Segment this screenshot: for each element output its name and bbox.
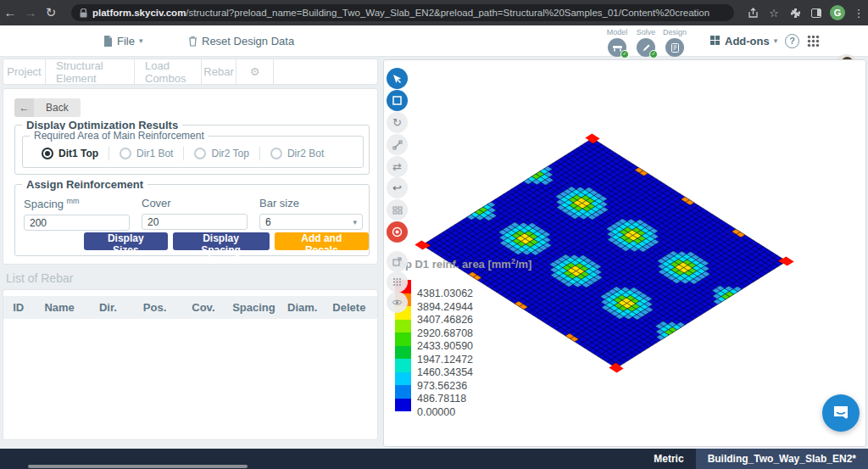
col-name: Name [33,301,86,314]
diagonal-line-icon [392,140,403,150]
addons-menu[interactable]: Add-ons▾ [710,25,777,56]
tab-load-combos[interactable]: Load Combos [135,59,202,84]
address-bar[interactable]: platform.skyciv.com/structural?preload_n… [71,4,734,21]
radio-icon [270,148,282,159]
grid-settings-button[interactable] [387,199,408,221]
apps-grid-button[interactable] [807,25,820,56]
chat-launcher-button[interactable] [822,394,860,432]
rebar-table-header: ID Name Dir. Pos. Cov. Spacing Diam. Del… [3,296,377,319]
legend-value: 486.78118 [417,393,473,406]
record-view-button[interactable] [387,221,408,243]
tab-structural-element[interactable]: Structural Element [46,59,135,84]
required-area-group: Required Area of Main Reinforcement Dit1… [22,136,364,168]
cover-input[interactable] [142,214,248,230]
popout-view-button[interactable] [387,251,408,272]
swap-axes-button[interactable]: ⇄ [387,156,408,177]
tab-project[interactable]: Project [3,59,46,84]
solve-icon [642,43,651,53]
radio-icon [194,148,206,159]
legend-color-block [395,332,411,346]
model-viewer-panel: Top D1 reinf. area [mm2/m] 4381.03062389… [383,59,866,447]
browser-profile-avatar[interactable]: G [830,5,845,20]
spacing-label: Spacing mm [24,197,130,210]
tab-settings-gears-icon[interactable]: ⚙ [236,59,274,84]
col-delete: Delete [325,301,373,314]
back-icon[interactable]: ← [0,0,20,25]
legend-color-block [395,372,411,386]
col-id: ID [3,301,33,314]
app-window: ← → ↻ platform.skyciv.com/structural?pre… [0,0,868,469]
left-tab-bar: Project Structural Element Load Combos R… [3,59,378,85]
radio-icon [120,148,131,159]
legend-color-block [395,385,411,399]
extensions-puzzle-icon[interactable] [787,5,803,20]
radio-dir2-bot[interactable]: Dir2 Bot [260,148,334,159]
side-panel-icon[interactable] [809,5,824,20]
list-of-rebar-title: List of Rebar [6,271,73,285]
project-name-label[interactable]: Building_Two_Way_Slab_EN2* [696,449,868,469]
trash-icon [188,36,198,47]
bar-size-select[interactable]: 6▾ [259,214,363,230]
tab-rebar[interactable]: Rebar [202,59,236,84]
file-menu[interactable]: File▾ [103,25,142,56]
assign-reinforcement-group: Assign Reinforcement Spacing mm Cover Ba… [14,184,370,256]
legend-value: 1460.34354 [417,366,473,380]
legend-value: 973.56236 [417,380,473,394]
bookmark-star-icon[interactable]: ☆ [766,5,782,20]
add-and-recalc-button[interactable]: Add and Recalc [275,232,369,250]
reload-icon[interactable]: ↻ [41,0,61,25]
pointer-tool-button[interactable] [387,68,408,89]
step-model[interactable]: Model ✓ [603,28,632,57]
radio-icon [42,148,53,159]
horizontal-scrollbar[interactable] [28,465,248,468]
share-icon[interactable] [745,5,760,20]
model-icon [612,44,623,52]
unit-system-label[interactable]: Metric [642,453,695,465]
forward-icon[interactable]: → [20,0,41,25]
rebar-table: ID Name Dir. Pos. Cov. Spacing Diam. Del… [3,289,378,440]
undo-view-button[interactable]: ↩ [387,177,408,198]
rebar-design-panel: ← Back Display Optimization Results Requ… [3,88,378,265]
legend-values: 4381.030623894.249443407.468262920.68708… [417,288,473,419]
chat-bubble-icon [832,405,849,422]
design-icon [671,43,679,53]
col-spacing: Spacing [228,301,281,314]
kebab-menu-icon[interactable]: ⋮ [851,5,866,20]
legend-value: 2920.68708 [417,327,473,341]
display-spacing-button[interactable]: Display Spacing [173,232,270,250]
display-sizes-button[interactable]: Display Sizes [84,232,168,250]
step-solve[interactable]: Solve ✓ [632,28,660,57]
box-select-icon [392,96,402,105]
help-button[interactable]: ? [785,25,799,56]
legend-color-block [395,359,411,372]
legend-value: 4381.03062 [417,288,473,301]
bar-size-label: Bar size [259,197,363,209]
grid-9-icon [807,35,820,47]
col-diam: Diam. [280,301,325,314]
legend-value: 2433.90590 [417,340,473,354]
model-done-check-icon: ✓ [620,50,629,59]
back-button[interactable]: ← Back [14,98,81,117]
legend-title: Top D1 reinf. area [mm2/m] [392,257,531,271]
popout-window-icon [392,257,402,266]
measure-tool-button[interactable] [387,134,408,155]
reset-design-data-button[interactable]: Reset Design Data [188,25,294,56]
radio-dir1-bot[interactable]: Dir1 Bot [109,148,183,159]
col-dir: Dir. [86,301,131,314]
display-optimization-results-group: Display Optimization Results Required Ar… [14,125,370,175]
visibility-toggle-button[interactable] [387,292,408,313]
col-cov: Cov. [179,301,227,314]
step-design[interactable]: Design [660,28,689,57]
table-view-button[interactable] [387,271,408,293]
box-select-tool-button[interactable] [387,90,408,111]
legend-value: 3894.24944 [417,301,473,315]
rotate-view-button[interactable]: ↻ [387,112,408,133]
radio-dit1-top[interactable]: Dit1 Top [31,148,108,159]
eye-icon [392,299,403,306]
tab-bar-spacer [274,59,377,84]
file-icon [103,36,113,47]
spacing-input[interactable] [24,215,130,231]
legend-color-block [395,399,411,412]
radio-dir2-top[interactable]: Dir2 Top [184,148,259,159]
col-pos: Pos. [131,301,179,314]
